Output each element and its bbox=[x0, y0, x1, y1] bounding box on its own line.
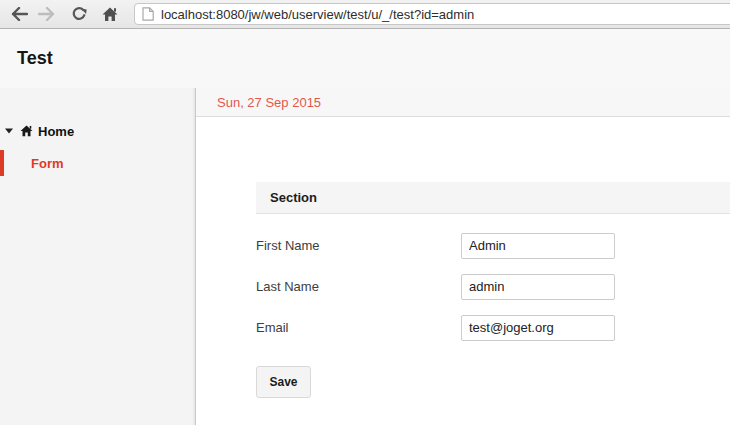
back-arrow-icon bbox=[11, 7, 28, 21]
reload-icon bbox=[71, 6, 87, 22]
reload-button[interactable] bbox=[68, 3, 90, 25]
current-date: Sun, 27 Sep 2015 bbox=[217, 95, 321, 110]
address-bar[interactable]: localhost:8080/jw/web/userview/test/u/_/… bbox=[134, 3, 730, 25]
app-header: Test bbox=[0, 29, 730, 88]
first-name-label: First Name bbox=[256, 238, 461, 253]
form-row: Email bbox=[256, 314, 730, 341]
sidebar: Home Form bbox=[0, 88, 196, 425]
forward-arrow-icon bbox=[38, 7, 55, 21]
back-button[interactable] bbox=[8, 3, 30, 25]
main-area: Sun, 27 Sep 2015 Section First Name Last… bbox=[196, 88, 730, 425]
section-header: Section bbox=[256, 182, 730, 214]
home-icon bbox=[20, 125, 33, 137]
browser-home-button[interactable] bbox=[99, 3, 121, 25]
sidebar-item-home[interactable]: Home bbox=[0, 118, 195, 144]
save-button[interactable]: Save bbox=[256, 366, 311, 398]
date-bar: Sun, 27 Sep 2015 bbox=[196, 88, 730, 117]
section-title: Section bbox=[270, 190, 317, 205]
caret-down-icon[interactable] bbox=[5, 128, 13, 134]
sidebar-item-label: Form bbox=[31, 156, 64, 171]
sidebar-item-label: Home bbox=[38, 124, 74, 139]
page-icon bbox=[142, 7, 154, 21]
form-row: Last Name bbox=[256, 273, 730, 300]
page-title: Test bbox=[17, 48, 53, 69]
email-label: Email bbox=[256, 320, 461, 335]
first-name-field[interactable] bbox=[461, 233, 615, 259]
email-field[interactable] bbox=[461, 315, 615, 341]
form-content: Section First Name Last Name Email Save bbox=[196, 117, 730, 425]
sidebar-item-form[interactable]: Form bbox=[0, 150, 195, 176]
url-text: localhost:8080/jw/web/userview/test/u/_/… bbox=[161, 7, 474, 22]
form-row: First Name bbox=[256, 232, 730, 259]
forward-button[interactable] bbox=[35, 3, 57, 25]
browser-toolbar: localhost:8080/jw/web/userview/test/u/_/… bbox=[0, 0, 730, 29]
last-name-label: Last Name bbox=[256, 279, 461, 294]
browser-home-icon bbox=[102, 7, 118, 22]
last-name-field[interactable] bbox=[461, 274, 615, 300]
